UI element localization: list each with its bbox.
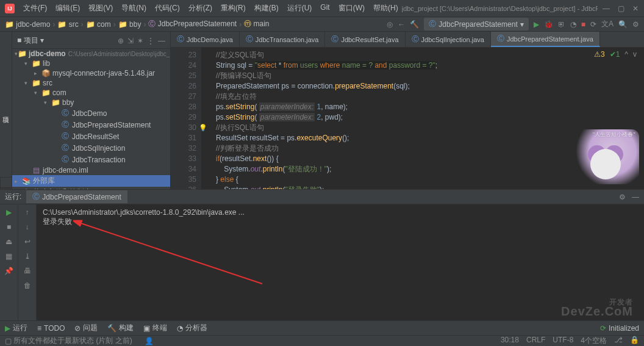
search-everywhere-button[interactable]: 🔍	[618, 20, 628, 29]
git-update-button[interactable]: ⟳	[590, 20, 596, 29]
status-tool-icon[interactable]: ▢	[5, 337, 12, 345]
hammer-icon[interactable]: 🔨	[410, 20, 419, 29]
tab-profiler[interactable]: ◔ 分析器	[177, 323, 207, 333]
sync-status-label: Initialized	[609, 324, 639, 333]
breadcrumb-item[interactable]: 📁 src	[57, 20, 78, 29]
minimize-button[interactable]: —	[603, 4, 610, 13]
tree-node-class[interactable]: ⒸJdbcDemo	[12, 107, 170, 119]
rerun-button[interactable]: ▶	[6, 208, 12, 217]
compass-icon[interactable]: ◎	[387, 20, 393, 29]
tab-todo[interactable]: ≡ TODO	[37, 324, 65, 333]
structure-tool-tab[interactable]: 结构	[0, 177, 12, 188]
menu-item[interactable]: 帮助(H)	[370, 2, 402, 15]
breadcrumb-item[interactable]: 📁 com	[86, 20, 111, 29]
status-bar: ▢ 所有文件都处于最新状态 (片刻 之前) 👤 30:18 CRLF UTF-8…	[0, 335, 644, 346]
menu-item[interactable]: 构建(B)	[251, 2, 282, 15]
soft-wrap-button[interactable]: ↩	[24, 237, 30, 246]
back-button[interactable]: ←	[398, 20, 405, 29]
expand-all-icon[interactable]: ⇲	[127, 37, 134, 45]
menu-item[interactable]: 编辑(E)	[52, 2, 84, 15]
menu-item[interactable]: 分析(Z)	[185, 2, 216, 15]
menu-item[interactable]: 运行(U)	[284, 2, 316, 15]
hide-panel-icon[interactable]: —	[158, 37, 165, 45]
editor-tab[interactable]: ⒸJdbcResultSet.java	[325, 32, 405, 47]
exit-button[interactable]: ⏏	[5, 237, 12, 246]
tree-node-class[interactable]: ⒸJdbcTransaction	[12, 154, 170, 165]
run-settings-icon[interactable]: ⚙	[619, 193, 626, 201]
caret-position[interactable]: 30:18	[501, 336, 519, 346]
indent-info[interactable]: 4个空格	[581, 336, 607, 346]
editor-tab[interactable]: ⒸJdbcPreparedStatement.java	[491, 32, 600, 47]
stop-process-button[interactable]: ■	[7, 223, 11, 231]
annotation-arrow	[73, 217, 268, 290]
line-gutter: 2324252627282930💡31323334353637	[171, 48, 201, 189]
editor-content[interactable]: 2324252627282930💡31323334353637 //定义SQL语…	[171, 48, 644, 189]
maximize-button[interactable]: ▢	[617, 4, 624, 13]
tab-run[interactable]: ▶运行	[5, 323, 27, 333]
file-encoding[interactable]: UTF-8	[553, 336, 573, 346]
class-icon: Ⓒ	[32, 192, 40, 202]
ide-settings-button[interactable]: ⚙	[632, 20, 639, 29]
hide-run-panel-icon[interactable]: —	[632, 193, 639, 201]
run-tab[interactable]: Ⓒ JdbcPreparedStatement	[26, 190, 127, 203]
status-person-icon[interactable]: 👤	[145, 337, 154, 345]
breadcrumb-item[interactable]: 📁 bby	[118, 20, 141, 29]
editor-tab[interactable]: ⒸJdbcTransaction.java	[240, 32, 326, 47]
tree-node-class[interactable]: ⒸJdbcSqlInjection	[12, 142, 170, 154]
breadcrumb-item[interactable]: 📁 jdbc-demo	[5, 20, 50, 29]
stop-button[interactable]: ■	[581, 20, 585, 29]
pin-button[interactable]: 📌	[4, 267, 13, 275]
down-stack-button[interactable]: ↓	[26, 223, 29, 231]
intention-bulb-icon[interactable]: 💡	[199, 123, 207, 133]
layout-button[interactable]: ▦	[5, 252, 12, 261]
close-button[interactable]: ✕	[632, 4, 639, 13]
lock-icon[interactable]: 🔒	[630, 336, 639, 346]
console-output-line: 登录失败	[43, 217, 638, 227]
sync-status-icon[interactable]: ⟳	[600, 324, 606, 333]
translate-button[interactable]: 文A	[601, 19, 614, 29]
window-controls: — ▢ ✕	[603, 4, 639, 13]
menu-item[interactable]: 重构(R)	[217, 2, 249, 15]
print-button[interactable]: 🖶	[24, 267, 31, 275]
editor-tab[interactable]: ⒸJdbcSqlInjection.java	[406, 32, 491, 47]
run-button[interactable]: ▶	[534, 20, 539, 29]
class-icon: Ⓒ	[412, 34, 419, 45]
profiler-button[interactable]: ◔	[570, 20, 576, 29]
debug-button[interactable]: 🐞	[544, 20, 553, 29]
tab-problems[interactable]: ⊘ 问题	[74, 323, 98, 333]
up-stack-button[interactable]: ↑	[26, 208, 29, 217]
tree-node-jar[interactable]: ▸📦mysql-connector-java-5.1.48.jar	[12, 68, 170, 78]
menu-item[interactable]: 窗口(W)	[335, 2, 368, 15]
editor-tab[interactable]: ⒸJdbcDemo.java	[171, 32, 240, 47]
project-tool-tab[interactable]: 项目	[0, 34, 12, 189]
collapse-all-icon[interactable]: ✶	[137, 37, 143, 45]
breadcrumb-item[interactable]: Ⓒ JdbcPreparedStatement	[148, 19, 237, 29]
breadcrumb-item[interactable]: ⓜ main	[244, 19, 269, 29]
tree-node-src[interactable]: ▾📁src	[12, 78, 170, 88]
clear-all-button[interactable]: 🗑	[24, 281, 31, 290]
menu-item[interactable]: 文件(F)	[20, 2, 51, 15]
coverage-button[interactable]: ⛨	[558, 20, 565, 29]
line-separator[interactable]: CRLF	[526, 336, 545, 346]
console-output[interactable]: C:\Users\Administrator\.jdks\corretto-1.…	[37, 204, 644, 320]
menu-item[interactable]: 代码(C)	[151, 2, 184, 15]
tab-build[interactable]: 🔨 构建	[107, 323, 134, 333]
tree-node-root[interactable]: ▾📁 jdbc-demo C:\Users\Administrator\Desk…	[12, 49, 170, 59]
menu-item[interactable]: Git	[317, 2, 333, 15]
tree-node-class[interactable]: ⒸJdbcResultSet	[12, 131, 170, 142]
tab-terminal[interactable]: ▣ 终端	[143, 323, 167, 333]
panel-settings-icon[interactable]: ⋮	[147, 37, 154, 45]
tree-node-iml[interactable]: ▤jdbc-demo.iml	[12, 165, 170, 175]
tree-node-bby[interactable]: ▾📁bby	[12, 98, 170, 107]
tree-node-class[interactable]: ⒸJdbcPreparedStatement	[12, 119, 170, 131]
run-config-selector[interactable]: Ⓒ JdbcPreparedStatement ▾	[424, 18, 528, 31]
tree-node-lib[interactable]: ▾📁lib	[12, 59, 170, 68]
scroll-end-button[interactable]: ⤓	[24, 252, 30, 261]
menu-item[interactable]: 导航(N)	[118, 2, 150, 15]
tree-node-external-libs[interactable]: ▸📚外部库	[12, 175, 170, 187]
select-opened-file-icon[interactable]: ⊕	[118, 37, 124, 45]
git-branch[interactable]: ⎇	[614, 336, 623, 346]
tree-node-com[interactable]: ▾📁com	[12, 88, 170, 98]
inspection-widget[interactable]: ⚠3 ✔1 ^v	[594, 50, 637, 59]
menu-item[interactable]: 视图(V)	[85, 2, 116, 15]
